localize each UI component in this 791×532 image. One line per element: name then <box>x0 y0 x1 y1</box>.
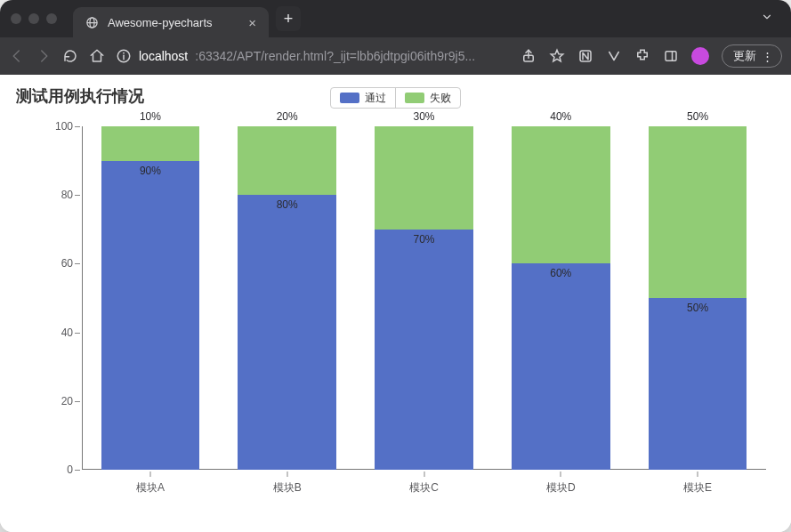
notion-icon[interactable] <box>577 48 593 64</box>
legend-item-pass[interactable]: 通过 <box>331 88 395 108</box>
x-tick-label: 模块B <box>273 480 302 496</box>
traffic-min-icon[interactable] <box>28 13 39 24</box>
bar-label-fail: 30% <box>413 110 434 123</box>
panel-icon[interactable] <box>663 48 679 64</box>
bar-segment-pass[interactable]: 60% <box>512 263 610 470</box>
bookmark-star-icon[interactable] <box>549 48 565 64</box>
bar-label-fail: 40% <box>550 110 571 123</box>
x-tick-mark <box>424 472 424 477</box>
bar-segment-pass[interactable]: 90% <box>101 161 200 470</box>
tab-active[interactable]: Awesome-pyecharts × <box>73 7 269 37</box>
legend-swatch-fail <box>405 93 424 103</box>
tabs-overflow-button[interactable] <box>754 7 780 30</box>
update-button[interactable]: 更新 ⋮ <box>722 44 782 68</box>
bar-group: 80%20% <box>238 126 336 470</box>
y-tick-label: 100 <box>55 120 73 133</box>
y-tick-label: 40 <box>61 326 73 339</box>
traffic-close-icon[interactable] <box>11 13 21 24</box>
bars-layer: 90%10%80%20%70%30%60%40%50%50% <box>82 126 766 470</box>
browser-window: Awesome-pyecharts × + localhost:63342/AP… <box>0 0 791 532</box>
legend-label-fail: 失败 <box>430 91 451 106</box>
x-tick-mark <box>561 472 561 477</box>
bar-label-pass: 80% <box>277 198 298 211</box>
bar-label-pass: 70% <box>413 233 434 246</box>
bar-label-pass: 50% <box>687 302 708 314</box>
x-tick-label: 模块C <box>409 480 439 496</box>
bar-segment-fail[interactable]: 20% <box>238 126 336 195</box>
tab-title: Awesome-pyecharts <box>108 16 239 29</box>
x-tick-label: 模块D <box>546 480 576 496</box>
y-axis-ticks: 020406080100 <box>12 126 82 470</box>
bar-label-pass: 60% <box>550 267 571 279</box>
bar-group: 70%30% <box>375 126 473 470</box>
update-label: 更新 <box>733 48 756 64</box>
y-tick-label: 0 <box>67 463 73 476</box>
bar-segment-pass[interactable]: 80% <box>238 195 336 470</box>
y-tick-label: 80 <box>61 189 73 201</box>
tab-close-icon[interactable]: × <box>248 16 256 29</box>
extensions-icon[interactable] <box>634 48 650 64</box>
x-axis-labels: 模块A模块B模块C模块D模块E <box>82 477 766 495</box>
legend-swatch-pass <box>340 93 359 103</box>
x-tick-mark <box>698 472 698 477</box>
x-tick-label: 模块E <box>683 480 712 496</box>
toolbar: localhost:63342/APT/render.html?_ijt=lbb… <box>0 37 791 75</box>
site-info-icon[interactable] <box>116 48 132 64</box>
svg-rect-9 <box>666 52 676 61</box>
y-tick-label: 20 <box>61 395 73 407</box>
v-icon[interactable] <box>606 48 622 64</box>
chart-legend: 通过 失败 <box>330 87 461 109</box>
page-content: 测试用例执行情况 通过 失败 020406080100 90%10%80%20%… <box>0 75 791 532</box>
bar-label-fail: 20% <box>277 110 298 123</box>
chart-area: 020406080100 90%10%80%20%70%30%60%40%50%… <box>12 107 779 521</box>
bar-segment-fail[interactable]: 10% <box>101 126 200 161</box>
chart-title: 测试用例执行情况 <box>16 85 144 107</box>
new-tab-button[interactable]: + <box>276 6 301 31</box>
globe-icon <box>85 16 99 29</box>
window-controls <box>11 13 57 24</box>
titlebar: Awesome-pyecharts × + <box>0 0 791 37</box>
bar-group: 90%10% <box>101 126 200 470</box>
x-tick-mark <box>149 472 150 477</box>
bar-segment-pass[interactable]: 50% <box>649 298 747 470</box>
bar-label-fail: 10% <box>140 110 161 123</box>
back-button[interactable] <box>9 48 25 64</box>
legend-label-pass: 通过 <box>365 91 386 106</box>
bar-label-fail: 50% <box>687 110 708 123</box>
bar-segment-fail[interactable]: 50% <box>649 126 747 298</box>
url-host: localhost <box>139 49 188 63</box>
svg-point-5 <box>123 52 125 54</box>
svg-marker-7 <box>551 50 563 61</box>
bar-segment-fail[interactable]: 40% <box>512 126 610 263</box>
reload-button[interactable] <box>62 48 78 64</box>
bar-group: 50%50% <box>649 126 747 470</box>
bar-group: 60%40% <box>512 126 610 470</box>
traffic-max-icon[interactable] <box>46 13 57 24</box>
x-tick-label: 模块A <box>136 480 165 496</box>
url-path: :63342/APT/render.html?_ijt=lbb6jdtpgi06… <box>195 49 475 63</box>
bar-segment-pass[interactable]: 70% <box>375 230 473 470</box>
profile-avatar[interactable] <box>691 47 709 65</box>
plot-region: 90%10%80%20%70%30%60%40%50%50% <box>82 126 766 470</box>
forward-button[interactable] <box>36 48 52 64</box>
toolbar-right: 更新 ⋮ <box>521 44 782 68</box>
bar-segment-fail[interactable]: 30% <box>375 126 473 230</box>
legend-item-fail[interactable]: 失败 <box>396 88 460 108</box>
address-bar[interactable]: localhost:63342/APT/render.html?_ijt=lbb… <box>116 48 510 64</box>
share-icon[interactable] <box>521 48 537 64</box>
kebab-menu-icon[interactable]: ⋮ <box>762 50 774 63</box>
x-tick-mark <box>287 472 287 477</box>
y-tick-label: 60 <box>61 257 73 270</box>
bar-label-pass: 90% <box>140 165 161 177</box>
home-button[interactable] <box>89 48 105 64</box>
